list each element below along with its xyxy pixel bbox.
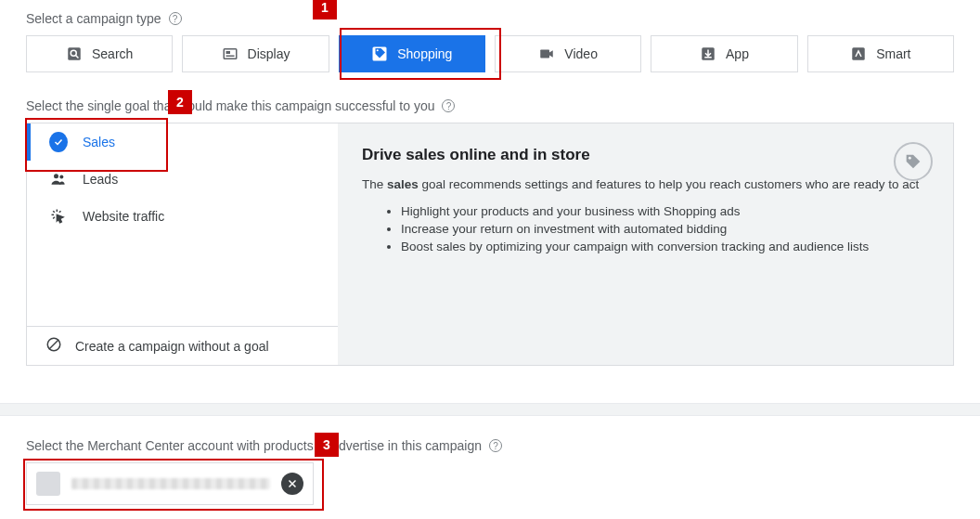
annotation-badge-3: 3 [315, 433, 339, 457]
svg-point-7 [377, 49, 379, 51]
smart-icon [850, 45, 867, 62]
campaign-type-shopping-label: Shopping [397, 46, 452, 61]
campaign-types-row: Search Display Shopping Video App Smart [26, 35, 954, 72]
goal-detail-bullet: Boost sales by optimizing your campaign … [401, 240, 929, 253]
goal-detail-title: Drive sales online and in store [362, 146, 929, 164]
goal-item-traffic-label: Website traffic [83, 209, 164, 224]
leads-icon [49, 170, 68, 188]
goal-section-label-text: Select the single goal that would make t… [26, 98, 434, 113]
merchant-account-name [71, 478, 270, 489]
goal-area: Sales Leads Website traffic Create a cam… [26, 123, 954, 366]
svg-line-16 [59, 211, 61, 213]
merchant-section-label-text: Select the Merchant Center account with … [26, 438, 482, 453]
svg-rect-0 [68, 47, 81, 60]
shopping-tag-icon [371, 45, 388, 62]
goal-detail-description: The sales goal recommends settings and f… [362, 177, 929, 191]
campaign-type-video[interactable]: Video [495, 35, 641, 72]
merchant-account-icon [36, 472, 60, 496]
campaign-type-shopping[interactable]: Shopping [339, 35, 485, 72]
campaign-type-search-label: Search [92, 46, 133, 61]
goal-section-label: Select the single goal that would make t… [26, 98, 954, 113]
search-icon [66, 45, 83, 62]
campaign-type-app[interactable]: App [651, 35, 797, 72]
campaign-type-search[interactable]: Search [26, 35, 173, 72]
campaign-type-display-label: Display [248, 46, 290, 61]
help-icon[interactable]: ? [169, 12, 182, 25]
svg-point-20 [909, 157, 911, 160]
campaign-type-smart-label: Smart [876, 46, 910, 61]
svg-rect-8 [541, 50, 550, 58]
clear-merchant-button[interactable] [281, 473, 303, 495]
check-icon [49, 132, 68, 152]
tag-icon [894, 142, 933, 181]
campaign-type-display[interactable]: Display [182, 35, 329, 72]
block-icon [45, 336, 62, 356]
app-download-icon [700, 45, 716, 62]
svg-point-11 [54, 174, 58, 178]
campaign-type-app-label: App [726, 46, 749, 61]
goal-item-sales-label: Sales [83, 135, 115, 149]
goal-detail-list: Highlight your products and your busines… [362, 204, 929, 253]
create-without-goal[interactable]: Create a campaign without a goal [27, 326, 338, 365]
goal-detail-panel: Drive sales online and in store The sale… [338, 123, 953, 365]
goal-item-sales[interactable]: Sales [27, 123, 338, 161]
svg-rect-10 [852, 47, 865, 60]
svg-line-17 [53, 217, 55, 219]
goal-detail-bullet: Highlight your products and your busines… [401, 204, 929, 218]
svg-point-12 [59, 175, 63, 179]
merchant-section-label: Select the Merchant Center account with … [26, 438, 954, 453]
campaign-type-video-label: Video [564, 46, 598, 61]
campaign-type-label-text: Select a campaign type [26, 11, 161, 26]
goal-item-leads[interactable]: Leads [27, 161, 338, 198]
display-icon [222, 45, 239, 62]
merchant-account-selector[interactable] [26, 462, 314, 505]
cursor-click-icon [49, 207, 68, 226]
svg-line-19 [49, 340, 59, 350]
goal-list: Sales Leads Website traffic Create a cam… [27, 123, 338, 365]
create-without-goal-label: Create a campaign without a goal [75, 339, 269, 354]
svg-line-15 [53, 211, 55, 213]
goal-detail-bullet: Increase your return on investment with … [401, 222, 929, 236]
goal-item-leads-label: Leads [83, 172, 118, 187]
svg-rect-4 [226, 51, 230, 54]
campaign-type-label: Select a campaign type ? [26, 11, 954, 26]
campaign-type-smart[interactable]: Smart [807, 35, 954, 72]
video-icon [538, 45, 555, 62]
help-icon[interactable]: ? [489, 439, 502, 452]
annotation-badge-1: 1 [313, 0, 337, 19]
section-divider [0, 403, 980, 416]
annotation-badge-2: 2 [168, 90, 192, 114]
help-icon[interactable]: ? [442, 99, 455, 112]
goal-item-website-traffic[interactable]: Website traffic [27, 198, 338, 235]
